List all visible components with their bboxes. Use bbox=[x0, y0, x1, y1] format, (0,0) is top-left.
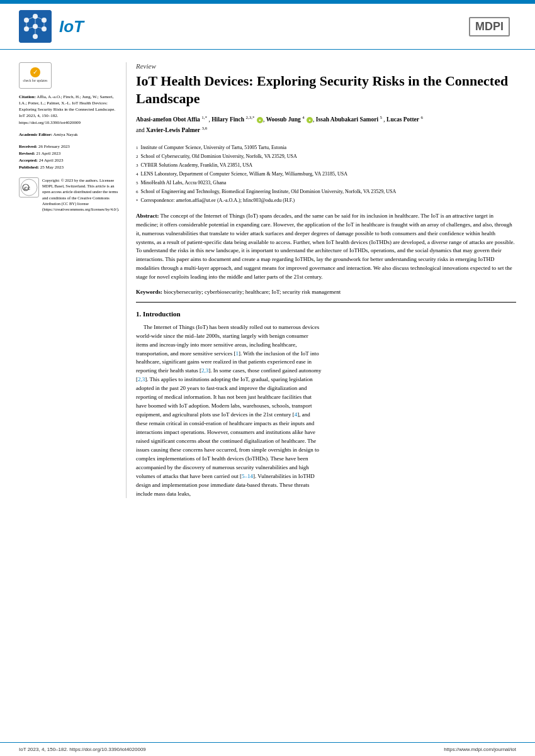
orcid-icon-finch: ● bbox=[257, 117, 263, 123]
content: ✓ check for updates Citation: Affia, A.-… bbox=[0, 50, 535, 511]
page: IoT MDPI ✓ check for updates Citation: A… bbox=[0, 0, 535, 756]
affiliations-section: 1 Institute of Computer Science, Univers… bbox=[136, 144, 516, 204]
authors-text: Abasi-amefon Obot Affia 1,* , Hilary Fin… bbox=[136, 116, 423, 133]
cc-icon: cc c bbox=[20, 179, 38, 196]
keywords-section: Keywords: biocybersecurity; cyberbiosecu… bbox=[136, 288, 516, 303]
revised-row: Revised: 21 April 2023 bbox=[19, 150, 116, 157]
affiliation-5: 5 MinoHealth AI Labs, Accra 00233, Ghana bbox=[136, 179, 516, 187]
accepted-row: Accepted: 24 April 2023 bbox=[19, 157, 116, 164]
check-updates-section: ✓ check for updates bbox=[19, 62, 116, 89]
published-label: Published: bbox=[19, 165, 39, 170]
header: IoT MDPI bbox=[0, 4, 535, 50]
intro-col1: The Internet of Things (IoT) has been st… bbox=[136, 323, 322, 499]
footer-left: IoT 2023, 4, 150–182. https://doi.org/10… bbox=[19, 747, 146, 752]
affiliation-1: 1 Institute of Computer Science, Univers… bbox=[136, 144, 516, 152]
academic-editor-name: Amiya Nayak bbox=[53, 132, 77, 137]
main-area: Review IoT Health Devices: Exploring Sec… bbox=[126, 62, 516, 498]
orcid-icon-jung: ● bbox=[307, 117, 313, 123]
journal-name: IoT bbox=[59, 17, 84, 36]
check-icon: ✓ bbox=[30, 67, 40, 77]
intro-two-col: The Internet of Things (IoT) has been st… bbox=[136, 323, 516, 499]
abstract-text: The concept of the Internet of Things (I… bbox=[136, 213, 515, 281]
keywords-label: Keywords: bbox=[136, 289, 162, 295]
iot-logo-box bbox=[19, 10, 52, 43]
section1-title: 1. Introduction bbox=[136, 309, 516, 320]
sidebar: ✓ check for updates Citation: Affia, A.-… bbox=[19, 62, 126, 498]
affiliation-2: 2 School of Cybersecurity, Old Dominion … bbox=[136, 153, 516, 160]
footer: IoT 2023, 4, 150–182. https://doi.org/10… bbox=[0, 742, 535, 756]
affiliation-3: 3 CYBER Solutions Academy, Franklin, VA … bbox=[136, 162, 516, 169]
footer-right: https://www.mdpi.com/journal/iot bbox=[444, 747, 516, 752]
iot-logo-svg bbox=[19, 10, 52, 43]
header-left: IoT bbox=[19, 10, 84, 43]
cc-badge: cc c bbox=[19, 177, 39, 197]
intro-col2 bbox=[330, 323, 516, 499]
correspondence: * Correspondence: amefon.affia@ut.ee (A.… bbox=[136, 197, 516, 204]
mdpi-logo: MDPI bbox=[469, 17, 510, 36]
citation-block: Citation: Affia, A.-a.O.; Finch, H.; Jun… bbox=[19, 94, 116, 126]
revised-label: Revised: bbox=[19, 151, 35, 156]
academic-editor-label: Academic Editor: bbox=[19, 132, 52, 137]
received-date: 26 February 2023 bbox=[38, 144, 70, 149]
published-row: Published: 25 May 2023 bbox=[19, 164, 116, 171]
published-date: 25 May 2023 bbox=[40, 165, 64, 170]
keywords-text: biocybersecurity; cyberbiosecurity; heal… bbox=[164, 289, 341, 295]
introduction-section: 1. Introduction The Internet of Things (… bbox=[136, 309, 516, 499]
copyright-text: Copyright: © 2023 by the authors. Licens… bbox=[42, 177, 119, 212]
revised-date: 21 April 2023 bbox=[36, 151, 60, 156]
affiliation-6: 6 School of Engineering and Technology, … bbox=[136, 188, 516, 196]
cc-license-section: cc c Copyright: © 2023 by the authors. L… bbox=[19, 177, 116, 212]
affiliation-4: 4 LENS Laboratory, Department of Compute… bbox=[136, 170, 516, 178]
dates-block: Received: 26 February 2023 Revised: 21 A… bbox=[19, 143, 116, 172]
abstract-section: Abstract: The concept of the Internet of… bbox=[136, 212, 516, 282]
received-row: Received: 26 February 2023 bbox=[19, 143, 116, 150]
authors-section: Abasi-amefon Obot Affia 1,* , Hilary Fin… bbox=[136, 114, 516, 135]
article-type: Review bbox=[136, 62, 516, 70]
accepted-label: Accepted: bbox=[19, 158, 38, 163]
svg-text:c: c bbox=[24, 186, 26, 191]
check-updates-badge: ✓ check for updates bbox=[19, 62, 52, 89]
citation-label: Citation: bbox=[19, 94, 36, 99]
received-label: Received: bbox=[19, 144, 37, 149]
article-title: IoT Health Devices: Exploring Security R… bbox=[136, 72, 516, 107]
abstract-label: Abstract: bbox=[136, 213, 159, 219]
academic-editor-block: Academic Editor: Amiya Nayak bbox=[19, 132, 116, 138]
check-updates-label: check for updates bbox=[23, 79, 48, 83]
accepted-date: 24 April 2023 bbox=[39, 158, 64, 163]
